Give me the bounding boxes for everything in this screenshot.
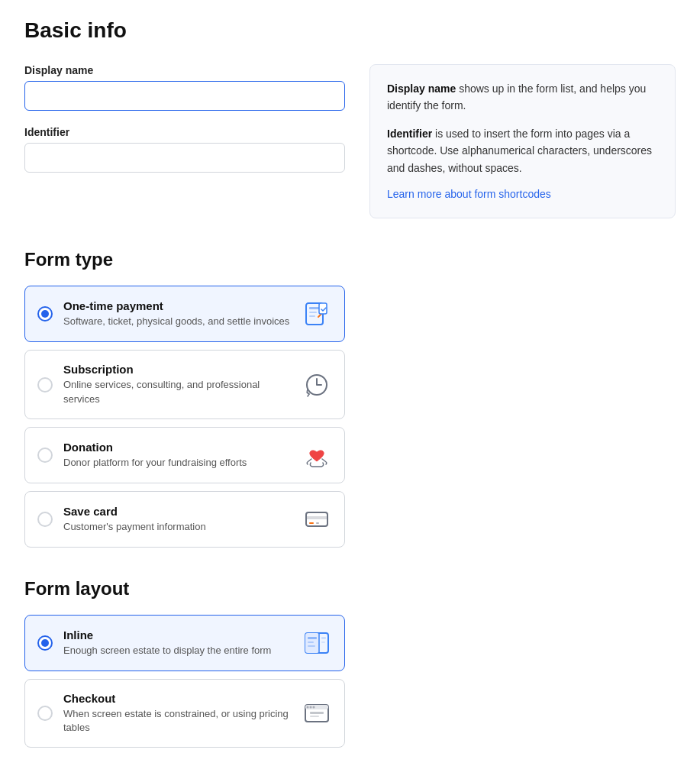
option-one-time-payment-title: One-time payment xyxy=(63,299,292,312)
svg-point-23 xyxy=(310,706,312,708)
svg-rect-17 xyxy=(321,641,325,643)
radio-save-card xyxy=(37,512,53,527)
radio-btn-save-card xyxy=(37,512,53,527)
option-donation-desc: Donor platform for your fundraising effo… xyxy=(63,456,292,470)
option-save-card-title: Save card xyxy=(63,505,292,518)
option-checkout[interactable]: Checkout When screen estate is constrain… xyxy=(24,679,345,748)
option-one-time-payment-text: One-time payment Software, ticket, physi… xyxy=(63,299,292,328)
option-inline-text: Inline Enough screen estate to display t… xyxy=(63,629,292,658)
svg-rect-8 xyxy=(309,522,314,524)
display-name-input[interactable] xyxy=(24,81,345,111)
radio-btn-one-time-payment xyxy=(37,306,53,322)
form-type-title: Form type xyxy=(24,249,676,270)
form-layout-section: Form layout Inline Enough screen estate … xyxy=(24,578,676,748)
inline-icon xyxy=(302,628,332,658)
identifier-input[interactable] xyxy=(24,143,345,173)
donation-icon xyxy=(302,440,332,470)
radio-btn-checkout xyxy=(37,706,53,721)
option-subscription-desc: Online services, consulting, and profess… xyxy=(63,378,292,406)
display-name-group: Display name xyxy=(24,64,345,111)
option-save-card-text: Save card Customer's payment information xyxy=(63,505,292,534)
radio-subscription xyxy=(37,377,53,393)
form-fields: Display name Identifier xyxy=(24,64,345,188)
form-layout-title: Form layout xyxy=(24,578,676,599)
radio-btn-donation xyxy=(37,448,53,463)
svg-rect-14 xyxy=(308,641,314,643)
option-donation-text: Donation Donor platform for your fundrai… xyxy=(63,441,292,470)
svg-rect-13 xyxy=(308,637,317,639)
option-donation-title: Donation xyxy=(63,441,292,454)
info-box: Display name shows up in the form list, … xyxy=(369,64,676,218)
subscription-icon xyxy=(302,370,332,400)
info-p1: Display name shows up in the form list, … xyxy=(387,80,658,115)
svg-rect-15 xyxy=(308,645,315,647)
option-one-time-payment-desc: Software, ticket, physical goods, and se… xyxy=(63,315,292,328)
option-subscription-text: Subscription Online services, consulting… xyxy=(63,363,292,406)
radio-one-time-payment xyxy=(37,306,53,322)
svg-rect-1 xyxy=(309,307,320,309)
option-one-time-payment[interactable]: One-time payment Software, ticket, physi… xyxy=(24,286,345,342)
one-time-payment-icon xyxy=(302,299,332,329)
option-subscription[interactable]: Subscription Online services, consulting… xyxy=(24,350,345,418)
svg-rect-20 xyxy=(310,712,324,714)
info-p2: Identifier is used to insert the form in… xyxy=(387,125,658,176)
svg-rect-16 xyxy=(321,637,326,639)
display-name-label: Display name xyxy=(24,64,345,76)
page-title: Basic info xyxy=(24,18,676,43)
svg-point-22 xyxy=(307,706,309,708)
option-donation[interactable]: Donation Donor platform for your fundrai… xyxy=(24,427,345,483)
svg-rect-3 xyxy=(309,315,315,317)
option-save-card[interactable]: Save card Customer's payment information xyxy=(24,491,345,548)
svg-rect-7 xyxy=(306,516,327,519)
radio-btn-inline xyxy=(37,635,53,651)
basic-info-section: Display name Identifier Display name sho… xyxy=(24,64,676,218)
option-subscription-title: Subscription xyxy=(63,363,292,376)
option-checkout-text: Checkout When screen estate is constrain… xyxy=(63,692,292,735)
radio-btn-subscription xyxy=(37,377,53,393)
option-save-card-desc: Customer's payment information xyxy=(63,520,292,534)
identifier-bold: Identifier xyxy=(387,128,432,140)
svg-rect-21 xyxy=(310,716,319,717)
svg-point-24 xyxy=(313,706,315,708)
identifier-label: Identifier xyxy=(24,126,345,138)
identifier-group: Identifier xyxy=(24,126,345,173)
option-checkout-title: Checkout xyxy=(63,692,292,705)
option-inline[interactable]: Inline Enough screen estate to display t… xyxy=(24,615,345,671)
checkout-icon xyxy=(302,698,332,729)
radio-inline xyxy=(37,635,53,651)
display-name-bold: Display name xyxy=(387,82,456,95)
learn-more-link[interactable]: Learn more about form shortcodes xyxy=(387,188,551,200)
form-type-section: Form type One-time payment Software, tic… xyxy=(24,249,676,547)
option-inline-desc: Enough screen estate to display the enti… xyxy=(63,644,292,658)
option-inline-title: Inline xyxy=(63,629,292,641)
radio-donation xyxy=(37,448,53,463)
svg-rect-9 xyxy=(316,522,319,524)
option-checkout-desc: When screen estate is constrained, or us… xyxy=(63,707,292,735)
radio-checkout xyxy=(37,706,53,721)
svg-rect-2 xyxy=(309,312,317,313)
save-card-icon xyxy=(302,504,332,535)
